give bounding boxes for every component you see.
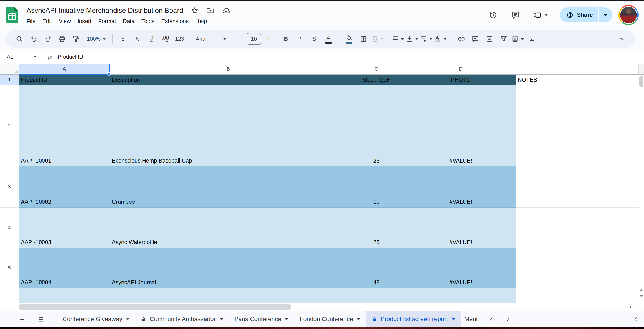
cell[interactable]: #VALUE! [406, 166, 516, 208]
cell[interactable]: PHOTO [406, 74, 516, 85]
cell[interactable]: NOTES [516, 74, 638, 85]
collapse-toolbar-icon[interactable] [614, 32, 628, 46]
add-sheet-button[interactable] [12, 311, 32, 328]
cloud-status-icon[interactable] [222, 6, 230, 15]
scroll-right-icon[interactable] [637, 304, 642, 310]
font-select[interactable]: Arial [193, 32, 229, 46]
cell[interactable]: Async Waterbottle [110, 208, 347, 248]
menu-tools[interactable]: Tools [138, 17, 158, 26]
cell[interactable] [110, 288, 347, 303]
cell[interactable]: 25 [347, 208, 406, 248]
horizontal-scrollbar-thumb[interactable] [19, 304, 291, 310]
tab-dropdown-icon[interactable] [452, 318, 455, 320]
cell[interactable]: Product ID [19, 74, 110, 85]
cell[interactable]: Econscious Hemp Baseball Cap [110, 85, 347, 166]
cell[interactable]: Stock: QoH [347, 74, 406, 85]
tab-dropdown-icon[interactable] [126, 318, 129, 320]
cell[interactable]: #VALUE! [406, 208, 516, 248]
cell[interactable] [19, 288, 110, 303]
version-history-icon[interactable] [482, 8, 504, 22]
column-header-D[interactable]: D [406, 64, 516, 74]
increase-font-size[interactable]: + [264, 32, 272, 46]
cell[interactable]: AsyncAPI Journal [110, 248, 347, 288]
cell[interactable]: AAPI-10002 [19, 166, 110, 208]
column-header-A[interactable]: A [19, 64, 110, 74]
tab-dropdown-icon[interactable] [357, 318, 360, 320]
sheet-tab-1[interactable]: Community Ambassador [135, 311, 228, 328]
decrease-decimal[interactable]: .0 [144, 32, 158, 46]
cell[interactable] [516, 85, 638, 166]
cell[interactable] [347, 288, 406, 303]
share-button[interactable]: Share [560, 8, 612, 22]
menu-view[interactable]: View [55, 17, 74, 26]
sheet-tab-4[interactable]: Product list screen report [366, 311, 461, 328]
name-box-dropdown-icon[interactable] [33, 56, 36, 58]
menu-file[interactable]: File [23, 17, 39, 26]
menu-data[interactable]: Data [120, 17, 138, 26]
cell[interactable]: 23 [347, 85, 406, 166]
all-sheets-button[interactable] [32, 311, 50, 328]
column-header-e[interactable] [516, 64, 638, 74]
cell[interactable]: 48 [347, 248, 406, 288]
borders-button[interactable] [356, 32, 370, 46]
formula-input[interactable]: Product ID [58, 54, 83, 60]
vertical-scroll-arrows[interactable] [640, 289, 643, 297]
name-box[interactable]: A1 [7, 54, 33, 60]
cell[interactable]: #VALUE! [406, 248, 516, 288]
comments-icon[interactable] [504, 8, 527, 22]
tabs-scroll-left-icon[interactable] [488, 316, 495, 322]
cell[interactable]: #VALUE! [406, 85, 516, 166]
cell[interactable]: AAPI-10003 [19, 208, 110, 248]
star-icon[interactable] [191, 7, 198, 14]
redo-icon[interactable] [41, 32, 55, 46]
sheets-logo-icon[interactable] [6, 7, 18, 23]
cell[interactable]: 10 [347, 166, 406, 208]
merge-cells-button[interactable] [370, 32, 384, 46]
collapse-panel-icon[interactable] [633, 311, 639, 328]
filter-button[interactable] [496, 32, 510, 46]
insert-link-button[interactable] [454, 32, 468, 46]
fill-color-button[interactable] [342, 32, 356, 46]
row-number[interactable]: 5 [0, 248, 19, 288]
cell[interactable]: Description [110, 74, 347, 85]
strikethrough-button[interactable]: S [307, 32, 321, 46]
insert-comment-button[interactable] [468, 32, 482, 46]
tabs-scroll-right-icon[interactable] [505, 316, 511, 322]
functions-button[interactable]: Σ [525, 32, 539, 46]
cell[interactable] [516, 288, 638, 303]
insert-chart-button[interactable] [482, 32, 496, 46]
number-format[interactable]: 123 [172, 32, 186, 46]
format-percent[interactable]: % [130, 32, 144, 46]
format-currency[interactable]: $ [116, 32, 130, 46]
text-wrap-button[interactable] [419, 32, 434, 46]
document-title[interactable]: AsyncAPI Initiative Merchandise Distribu… [26, 6, 183, 14]
avatar[interactable] [618, 5, 638, 25]
vertical-scrollbar-thumb[interactable] [639, 76, 643, 87]
cell[interactable] [406, 288, 516, 303]
menu-edit[interactable]: Edit [39, 17, 55, 26]
cell[interactable]: AAPI-10001 [19, 85, 110, 166]
menu-help[interactable]: Help [192, 17, 210, 26]
row-number[interactable] [0, 288, 19, 303]
sheet-tab-partial[interactable]: Ment [464, 316, 478, 323]
row-number[interactable]: 1 [0, 74, 19, 85]
zoom-select[interactable]: 100% [83, 32, 109, 46]
vertical-scrollbar[interactable] [638, 74, 644, 303]
sheet-tab-0[interactable]: Conference Giveaway [57, 311, 135, 328]
menu-extensions[interactable]: Extensions [158, 17, 192, 26]
search-icon[interactable] [12, 32, 26, 46]
scroll-up-icon[interactable] [640, 289, 643, 291]
print-icon[interactable] [55, 32, 69, 46]
vertical-align-button[interactable] [405, 32, 419, 46]
sheet-tab-2[interactable]: Paris Conference [228, 311, 294, 328]
table-button[interactable] [510, 32, 525, 46]
column-header-B[interactable]: B [110, 64, 347, 74]
paint-format-icon[interactable] [69, 32, 83, 46]
cell[interactable]: AAPI-10004 [19, 248, 110, 288]
scroll-left-icon[interactable] [628, 304, 633, 310]
cell[interactable] [516, 208, 638, 248]
tab-dropdown-icon[interactable] [285, 318, 288, 320]
share-dropdown[interactable] [599, 8, 612, 22]
column-header-C[interactable]: C [347, 64, 406, 74]
cell[interactable]: Crumbee [110, 166, 347, 208]
